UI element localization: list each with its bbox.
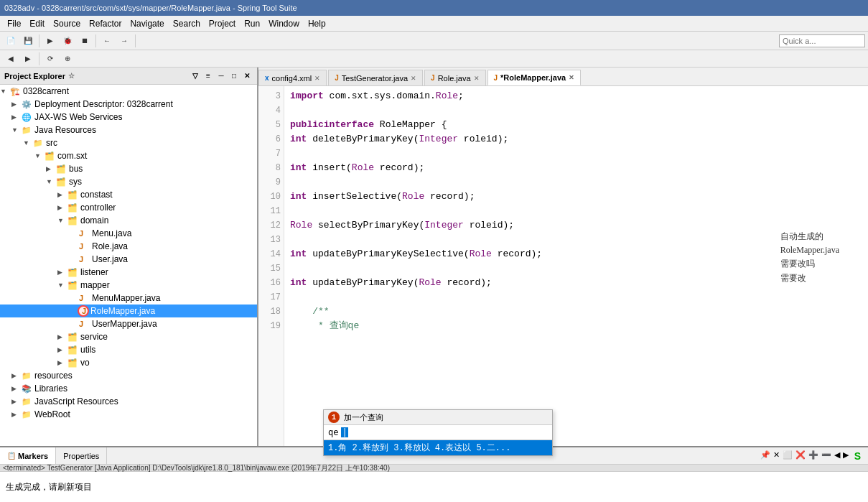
code-line-5: int insert(Role record); xyxy=(290,161,862,175)
toolbar-debug-btn[interactable]: 🐞 xyxy=(60,34,75,48)
bottom-icon-8[interactable]: ▶ xyxy=(843,450,849,462)
menu-source[interactable]: Source xyxy=(49,17,85,30)
menu-navigate[interactable]: Navigate xyxy=(126,17,168,30)
menu-run[interactable]: Run xyxy=(240,17,264,30)
tab-close-role[interactable]: ✕ xyxy=(474,75,480,82)
annotation-line4: 需要改 xyxy=(780,271,839,285)
menu-project[interactable]: Project xyxy=(205,17,240,30)
tree-item-12[interactable]: JRole.java xyxy=(0,240,257,253)
tree-item-11[interactable]: JMenu.java xyxy=(0,227,257,240)
bottom-icon-2[interactable]: ✕ xyxy=(773,450,780,462)
toolbar-stop-btn[interactable]: ⏹ xyxy=(77,34,93,48)
tree-item-10[interactable]: ▼🗂️domain xyxy=(0,214,257,227)
tree-item-3[interactable]: ▼📁Java Resources xyxy=(0,124,257,136)
tree-label-7: sys xyxy=(69,177,82,187)
menu-file[interactable]: File xyxy=(3,17,25,30)
tree-item-14[interactable]: ▶🗂️listener xyxy=(0,266,257,279)
bottom-icon-4[interactable]: ❌ xyxy=(795,450,806,462)
bottom-icon-6[interactable]: ➖ xyxy=(821,450,831,462)
project-tree[interactable]: ▼🏗️0328carrent▶⚙️Deployment Descriptor: … xyxy=(0,85,257,502)
tree-item-0[interactable]: ▼🏗️0328carrent xyxy=(0,85,257,98)
panel-menu-btn[interactable]: ≡ xyxy=(202,70,214,82)
tree-item-5[interactable]: ▼🗂️com.sxt xyxy=(0,149,257,162)
tree-item-8[interactable]: ▶🗂️constast xyxy=(0,188,257,201)
panel-minimize-btn[interactable]: ─ xyxy=(215,70,227,82)
menu-help[interactable]: Help xyxy=(304,17,330,30)
code-line-14 xyxy=(290,290,862,305)
toolbar-save-btn[interactable]: 💾 xyxy=(20,34,36,48)
toolbar2-btn1[interactable]: ◀ xyxy=(3,52,19,66)
tab-testgenerator[interactable]: J TestGenerator.java ✕ xyxy=(328,70,423,85)
tab-role[interactable]: J Role.java ✕ xyxy=(424,70,485,85)
tree-icon-22: 📁 xyxy=(22,371,33,381)
tree-arrow: ▶ xyxy=(11,385,22,392)
toolbar2-btn4[interactable]: ⊕ xyxy=(60,52,75,66)
tree-item-15[interactable]: ▼🗂️mapper xyxy=(0,279,257,292)
tree-item-19[interactable]: ▶🗂️service xyxy=(0,330,257,343)
tree-item-7[interactable]: ▼🗂️sys xyxy=(0,175,257,188)
quick-access-input[interactable] xyxy=(779,34,865,47)
bottom-icon-3[interactable]: ⬜ xyxy=(783,450,793,462)
tree-item-22[interactable]: ▶📁resources xyxy=(0,369,257,382)
panel-maximize-btn[interactable]: □ xyxy=(228,70,240,82)
menu-window[interactable]: Window xyxy=(264,17,304,30)
tree-item-13[interactable]: JUser.java xyxy=(0,253,257,266)
autocomplete-item-0[interactable]: 1.角 2.释放到 3.释放以 4.表达以 5.二... xyxy=(324,440,552,455)
tree-item-18[interactable]: JUserMapper.java xyxy=(0,317,257,330)
panel-collapse-btn[interactable]: ▽ xyxy=(190,70,201,82)
tree-arrow: ▼ xyxy=(11,126,22,134)
tree-item-24[interactable]: ▶📁JavaScript Resources xyxy=(0,395,257,408)
tree-item-2[interactable]: ▶🌐JAX-WS Web Services xyxy=(0,111,257,124)
code-editor[interactable]: 345678910111213141516171819 import com.s… xyxy=(258,86,868,493)
tree-label-3: Java Resources xyxy=(34,125,96,135)
tab-rolemapper[interactable]: J *RoleMapper.java ✕ xyxy=(487,70,582,85)
tab-close-rolemapper[interactable]: ✕ xyxy=(569,74,574,81)
tree-item-20[interactable]: ▶🗂️utils xyxy=(0,343,257,356)
tree-item-23[interactable]: ▶📚Libraries xyxy=(0,382,257,395)
tree-icon-5: 🗂️ xyxy=(45,152,56,161)
tab-config4[interactable]: x config4.xml ✕ xyxy=(258,70,327,85)
toolbar-run-btn[interactable]: ▶ xyxy=(42,34,58,48)
tree-item-25[interactable]: ▶📁WebRoot xyxy=(0,408,257,421)
tab-close-testgenerator[interactable]: ✕ xyxy=(411,75,416,82)
tree-item-1[interactable]: ▶⚙️Deployment Descriptor: 0328carrent xyxy=(0,98,257,111)
autocomplete-input-row[interactable]: qe | xyxy=(324,425,552,440)
annotation-line1: 自动生成的 xyxy=(780,230,839,243)
menu-edit[interactable]: Edit xyxy=(25,17,49,30)
autocomplete-cursor: | xyxy=(341,427,347,437)
tree-label-9: controller xyxy=(80,203,116,213)
project-explorer-panel: Project Explorer ☆ ▽ ≡ ─ □ ✕ ▼🏗️0328carr… xyxy=(0,68,258,502)
toolbar-forward-btn[interactable]: → xyxy=(116,34,132,48)
panel-close-btn[interactable]: ✕ xyxy=(241,70,253,82)
editor-tab-bar: x config4.xml ✕ J TestGenerator.java ✕ J… xyxy=(258,68,868,86)
tree-icon-8: 🗂️ xyxy=(67,190,79,200)
bottom-icon-7[interactable]: ◀ xyxy=(834,450,840,462)
menu-refactor[interactable]: Refactor xyxy=(85,17,126,30)
tab-close-config4[interactable]: ✕ xyxy=(314,75,320,82)
tree-item-17[interactable]: JRoleMapper.java xyxy=(0,305,257,317)
tree-label-25: WebRoot xyxy=(34,409,70,419)
bottom-tab-markers[interactable]: 📋 Markers xyxy=(0,447,56,464)
menu-bar: File Edit Source Refactor Navigate Searc… xyxy=(0,16,868,32)
code-line-11: int updateByPrimaryKeySelective(Role rec… xyxy=(290,247,862,261)
tree-item-9[interactable]: ▶🗂️controller xyxy=(0,201,257,214)
tree-label-19: service xyxy=(80,332,108,342)
toolbar-new-btn[interactable]: 📄 xyxy=(3,34,19,48)
code-line-2: public interface RoleMapper { xyxy=(290,118,862,132)
tree-item-6[interactable]: ▶🗂️bus xyxy=(0,162,257,175)
tree-item-21[interactable]: ▶🗂️vo xyxy=(0,356,257,369)
tree-label-15: mapper xyxy=(80,280,110,290)
tree-item-4[interactable]: ▼📁src xyxy=(0,136,257,149)
autocomplete-popup[interactable]: 1 加一个查询 qe | 1.角 2.释放到 3.释放以 4.表达以 5.二..… xyxy=(323,409,553,456)
bottom-icon-1[interactable]: 📌 xyxy=(760,450,770,462)
toolbar-back-btn[interactable]: ← xyxy=(99,34,115,48)
code-line-0: import com.sxt.sys.domain.Role; xyxy=(290,89,862,103)
bottom-tab-properties[interactable]: Properties xyxy=(56,447,107,464)
menu-search[interactable]: Search xyxy=(169,17,205,30)
tree-label-5: com.sxt xyxy=(57,151,87,161)
bottom-icon-5[interactable]: ➕ xyxy=(808,450,818,462)
toolbar2-btn3[interactable]: ⟳ xyxy=(42,52,58,66)
tree-arrow: ▼ xyxy=(0,88,10,95)
toolbar2-btn2[interactable]: ▶ xyxy=(20,52,36,66)
tree-item-16[interactable]: JMenuMapper.java xyxy=(0,292,257,305)
